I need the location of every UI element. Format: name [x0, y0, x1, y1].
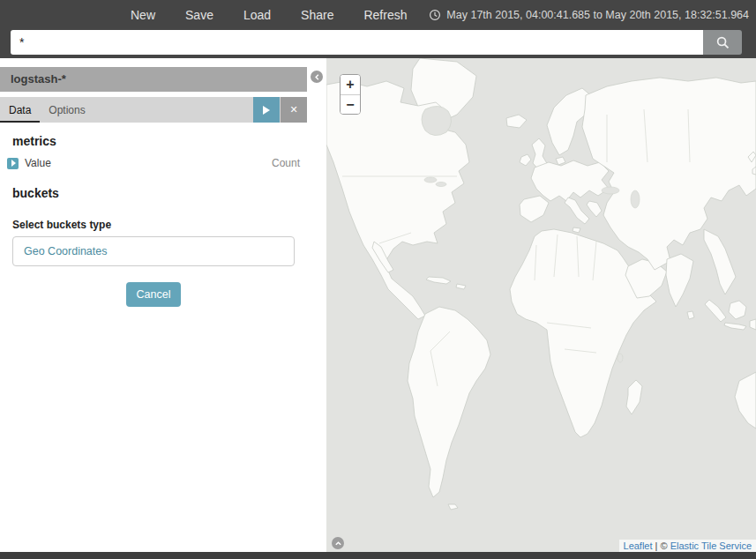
zoom-out-button[interactable]: − — [341, 94, 360, 114]
new-button[interactable]: New — [131, 8, 155, 22]
save-button[interactable]: Save — [185, 8, 213, 22]
leaflet-link[interactable]: Leaflet — [624, 540, 653, 551]
metric-label: Value — [25, 157, 51, 169]
bucket-type-select-label: Select buckets type — [12, 219, 307, 231]
map-canvas[interactable]: + − Leaflet | © Elastic Tile Service — [326, 58, 756, 552]
zoom-in-button[interactable]: + — [341, 75, 360, 94]
elastic-tile-service-link[interactable]: Elastic Tile Service — [670, 540, 752, 551]
share-button[interactable]: Share — [301, 8, 333, 22]
cancel-button[interactable]: Cancel — [126, 282, 182, 307]
close-icon: ✕ — [289, 104, 297, 116]
main-content: logstash-* Data Options ✕ metrics Value … — [0, 58, 756, 552]
metric-row: Value Count — [0, 152, 307, 175]
search-input[interactable] — [11, 30, 703, 55]
sidebar-gutter — [307, 58, 326, 552]
chevron-left-icon — [313, 73, 321, 81]
cancel-button-wrap: Cancel — [0, 282, 307, 307]
metric-expand-toggle[interactable] — [7, 158, 19, 169]
tab-data[interactable]: Data — [0, 97, 40, 123]
load-button[interactable]: Load — [243, 8, 271, 22]
bottom-bar-collapse-button[interactable] — [332, 537, 344, 549]
caret-right-icon — [11, 160, 16, 167]
tabs-spacer — [94, 97, 253, 123]
play-icon — [263, 106, 270, 115]
time-range-picker[interactable]: May 17th 2015, 04:00:41.685 to May 20th … — [429, 9, 749, 21]
vis-editor-sidebar: logstash-* Data Options ✕ metrics Value … — [0, 58, 307, 552]
index-pattern-title: logstash-* — [0, 67, 307, 92]
search-icon — [715, 35, 730, 50]
bucket-type-option-geo-coordinates[interactable]: Geo Coordinates — [13, 245, 108, 257]
map-attribution: Leaflet | © Elastic Tile Service — [619, 540, 756, 552]
apply-changes-button[interactable] — [253, 97, 280, 123]
time-range-label: May 17th 2015, 04:00:41.685 to May 20th … — [446, 9, 749, 21]
query-bar — [0, 30, 756, 58]
attribution-separator: | © — [653, 540, 670, 551]
buckets-heading: buckets — [12, 186, 307, 200]
metric-aggregation-value: Count — [272, 157, 300, 169]
top-navbar: New Save Load Share Refresh May 17th 201… — [0, 0, 756, 30]
discard-changes-button[interactable]: ✕ — [281, 97, 307, 123]
sidebar-collapse-button[interactable] — [311, 71, 323, 83]
navbar-menu: New Save Load Share Refresh — [131, 8, 407, 22]
search-submit-button[interactable] — [703, 30, 742, 55]
world-map-tiles — [326, 58, 756, 552]
clock-icon — [429, 9, 441, 21]
metrics-heading: metrics — [12, 134, 307, 148]
map-zoom-control: + − — [340, 74, 361, 115]
chevron-up-icon — [334, 540, 342, 548]
editor-tabs: Data Options ✕ — [0, 97, 307, 123]
tab-options[interactable]: Options — [40, 97, 94, 123]
bottom-bar — [0, 552, 756, 559]
refresh-button[interactable]: Refresh — [363, 8, 407, 22]
bucket-type-select[interactable]: Geo Coordinates — [12, 236, 295, 266]
